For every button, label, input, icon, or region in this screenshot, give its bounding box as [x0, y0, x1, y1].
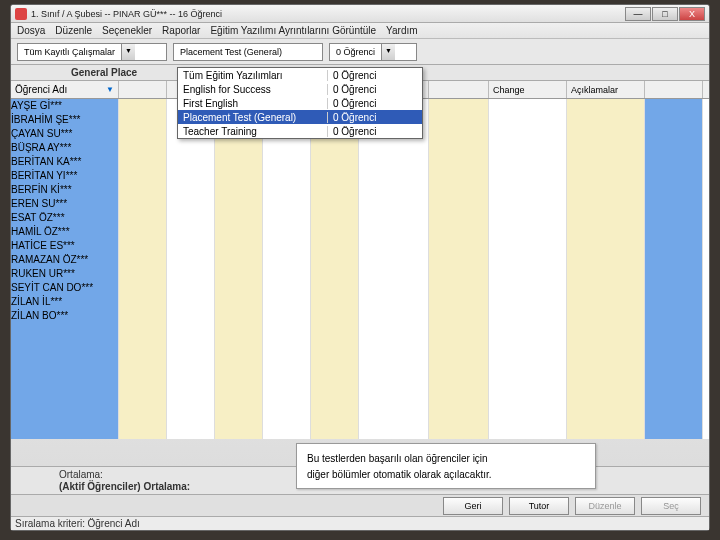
subheader-text: General Place [71, 67, 137, 78]
col-7[interactable] [429, 81, 489, 98]
col-change[interactable]: Change [489, 81, 567, 98]
toolbar: Tüm Kayıtlı Çalışmalar ▼ Placement Test … [11, 39, 709, 65]
status-bar: Sıralama kriteri: Öğrenci Adı [11, 516, 709, 530]
filter-combo[interactable]: Tüm Kayıtlı Çalışmalar ▼ [17, 43, 167, 61]
dropdown-item[interactable]: Placement Test (General)0 Öğrenci [178, 110, 422, 124]
col-1[interactable] [119, 81, 167, 98]
count-combo-value: 0 Öğrenci [330, 47, 381, 57]
menu-yardim[interactable]: Yardım [386, 25, 418, 36]
close-button[interactable]: X [679, 7, 705, 21]
tutor-button[interactable]: Tutor [509, 497, 569, 515]
table-row[interactable]: ZİLAN BO*** [11, 309, 119, 323]
table-row[interactable]: AYŞE Gİ*** [11, 99, 119, 113]
test-dropdown[interactable]: Tüm Eğitim Yazılımları0 ÖğrenciEnglish f… [177, 67, 423, 139]
table-row[interactable]: ZİLAN İL*** [11, 295, 119, 309]
sort-icon: ▼ [106, 85, 114, 94]
dropdown-item[interactable]: First English0 Öğrenci [178, 96, 422, 110]
table-row[interactable]: SEYİT CAN DO*** [11, 281, 119, 295]
table-row[interactable]: İBRAHİM ŞE*** [11, 113, 119, 127]
status-label: Sıralama kriteri: [15, 518, 85, 529]
titlebar[interactable]: 1. Sınıf / A Şubesi -- PINAR GÜ*** -- 16… [11, 5, 709, 23]
menu-egitim[interactable]: Eğitim Yazılımı Ayrıntılarını Görüntüle [210, 25, 376, 36]
sec-button[interactable]: Seç [641, 497, 701, 515]
dropdown-item[interactable]: Teacher Training0 Öğrenci [178, 124, 422, 138]
table-row[interactable]: ÇAYAN SU*** [11, 127, 119, 141]
grid: AYŞE Gİ***İBRAHİM ŞE***ÇAYAN SU***BÜŞRA … [11, 99, 709, 439]
menu-dosya[interactable]: Dosya [17, 25, 45, 36]
note-line2: diğer bölümler otomatik olarak açılacakt… [307, 469, 492, 480]
filter-combo-value: Tüm Kayıtlı Çalışmalar [18, 47, 121, 57]
status-value: Öğrenci Adı [88, 518, 140, 529]
chevron-down-icon: ▼ [381, 44, 395, 60]
window-title: 1. Sınıf / A Şubesi -- PINAR GÜ*** -- 16… [31, 9, 625, 19]
note-line1: Bu testlerden başarılı olan öğrenciler i… [307, 453, 488, 464]
test-combo[interactable]: Placement Test (General) [173, 43, 323, 61]
help-note: Bu testlerden başarılı olan öğrenciler i… [296, 443, 596, 489]
dropdown-item[interactable]: Tüm Eğitim Yazılımları0 Öğrenci [178, 68, 422, 82]
table-row[interactable]: HAMİL ÖZ*** [11, 225, 119, 239]
table-row[interactable]: BERİTAN KA*** [11, 155, 119, 169]
table-row[interactable]: HATİCE ES*** [11, 239, 119, 253]
table-row[interactable]: BERFİN Kİ*** [11, 183, 119, 197]
table-row[interactable]: EREN SU*** [11, 197, 119, 211]
col-10[interactable] [645, 81, 703, 98]
table-row[interactable]: BERİTAN YI*** [11, 169, 119, 183]
menubar: Dosya Düzenle Seçenekler Raporlar Eğitim… [11, 23, 709, 39]
geri-button[interactable]: Geri [443, 497, 503, 515]
dropdown-item[interactable]: English for Success0 Öğrenci [178, 82, 422, 96]
duzenle-button[interactable]: Düzenle [575, 497, 635, 515]
table-row[interactable]: BÜŞRA AY*** [11, 141, 119, 155]
count-combo[interactable]: 0 Öğrenci ▼ [329, 43, 417, 61]
minimize-button[interactable]: — [625, 7, 651, 21]
col-notes[interactable]: Açıklamalar [567, 81, 645, 98]
chevron-down-icon: ▼ [121, 44, 135, 60]
table-row[interactable]: RUKEN UR*** [11, 267, 119, 281]
test-combo-value: Placement Test (General) [174, 47, 288, 57]
col-student[interactable]: Öğrenci Adı▼ [11, 81, 119, 98]
table-row[interactable]: RAMAZAN ÖZ*** [11, 253, 119, 267]
app-icon [15, 8, 27, 20]
button-bar: Geri Tutor Düzenle Seç [11, 494, 709, 516]
menu-raporlar[interactable]: Raporlar [162, 25, 200, 36]
menu-duzenle[interactable]: Düzenle [55, 25, 92, 36]
menu-secenekler[interactable]: Seçenekler [102, 25, 152, 36]
maximize-button[interactable]: □ [652, 7, 678, 21]
table-row[interactable]: ESAT ÖZ*** [11, 211, 119, 225]
